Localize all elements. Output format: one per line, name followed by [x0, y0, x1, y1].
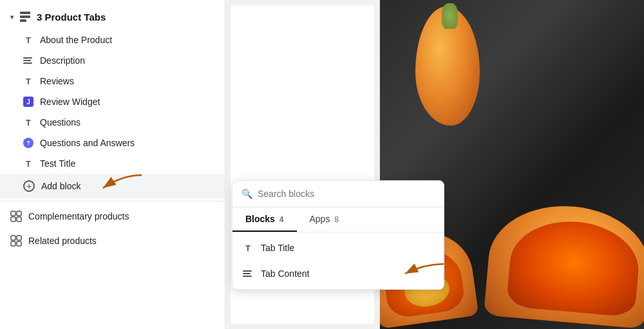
dropdown-items-list: T Tab Title Tab Content	[232, 232, 444, 289]
sidebar-item-questions-answers[interactable]: ? Questions and Answers	[0, 133, 225, 153]
add-block-button[interactable]: + Add block	[0, 174, 225, 198]
divider	[0, 201, 225, 202]
search-icon: 🔍	[242, 189, 252, 199]
svg-rect-9	[17, 236, 21, 240]
add-block-arrow	[84, 169, 148, 207]
sidebar-item-qa-label: Questions and Answers	[40, 138, 135, 148]
j-icon: J	[23, 97, 33, 107]
svg-rect-5	[17, 211, 21, 216]
sidebar-item-test-title[interactable]: T Test Title	[0, 153, 225, 174]
tab-blocks[interactable]: Blocks 4	[232, 207, 297, 232]
main-content: 🔍 Blocks 4 Apps 8 T Tab Title	[225, 0, 644, 329]
chevron-down-icon: ▾	[10, 14, 14, 21]
sidebar-item-test-title-label: Test Title	[40, 158, 75, 169]
qa-icon: ?	[23, 138, 33, 148]
svg-rect-6	[11, 217, 15, 221]
text-icon: T	[23, 77, 33, 86]
lines-icon	[23, 57, 33, 64]
svg-rect-11	[17, 241, 21, 246]
tab-content-arrow	[373, 258, 444, 290]
product-tabs-header[interactable]: ▾ 3 Product Tabs	[0, 5, 225, 30]
sidebar-item-review-widget[interactable]: J Review Widget	[0, 91, 225, 112]
tab-apps-label: Apps	[310, 214, 330, 224]
svg-rect-2	[20, 19, 26, 22]
lines-icon	[243, 270, 253, 277]
svg-rect-1	[20, 15, 30, 18]
svg-rect-4	[11, 211, 15, 216]
product-tabs-icon	[19, 10, 32, 23]
tab-apps[interactable]: Apps 8	[297, 207, 352, 232]
sidebar-item-review-widget-label: Review Widget	[40, 97, 100, 107]
dropdown-item-tab-content-label: Tab Content	[261, 268, 310, 279]
tab-blocks-label: Blocks	[245, 214, 275, 224]
sidebar-item-about[interactable]: T About the Product	[0, 30, 225, 50]
text-icon: T	[243, 243, 253, 253]
product-tabs-number: 3	[37, 12, 42, 23]
product-tabs-title: 3 Product Tabs	[37, 12, 106, 23]
sidebar-item-about-label: About the Product	[40, 35, 112, 45]
center-panel: 🔍 Blocks 4 Apps 8 T Tab Title	[225, 0, 380, 329]
sidebar-item-reviews[interactable]: T Reviews	[0, 71, 225, 91]
sidebar: ▾ 3 Product Tabs T About the Product Des…	[0, 0, 225, 329]
sidebar-item-description[interactable]: Description	[0, 50, 225, 71]
pumpkin-neck	[442, 3, 458, 29]
text-icon: T	[23, 118, 33, 127]
svg-rect-8	[11, 236, 15, 240]
text-icon: T	[23, 159, 33, 169]
search-box: 🔍	[232, 181, 444, 207]
dropdown-tabs: Blocks 4 Apps 8	[232, 207, 444, 232]
complementary-label: Complementary products	[28, 211, 129, 221]
related-label: Related products	[28, 236, 97, 246]
sidebar-item-questions[interactable]: T Questions	[0, 112, 225, 133]
text-icon: T	[23, 35, 33, 45]
related-icon	[10, 235, 22, 247]
tab-blocks-count: 4	[279, 215, 284, 224]
svg-rect-0	[20, 12, 30, 14]
sidebar-item-related[interactable]: Related products	[0, 229, 225, 253]
svg-rect-10	[11, 241, 15, 246]
plus-circle-icon: +	[23, 180, 35, 192]
comp-icon	[10, 211, 22, 222]
sidebar-item-complementary[interactable]: Complementary products	[0, 204, 225, 229]
sidebar-item-description-label: Description	[40, 55, 85, 66]
sidebar-item-questions-label: Questions	[40, 117, 80, 127]
search-input[interactable]	[258, 189, 435, 199]
product-tabs-label-text: Product Tabs	[45, 12, 106, 23]
block-dropdown: 🔍 Blocks 4 Apps 8 T Tab Title	[232, 180, 444, 290]
svg-rect-7	[17, 217, 21, 221]
add-block-label: Add block	[41, 181, 80, 191]
tab-apps-count: 8	[334, 215, 339, 224]
dropdown-item-tab-title[interactable]: T Tab Title	[232, 235, 444, 261]
sidebar-item-reviews-label: Reviews	[40, 76, 74, 86]
dropdown-item-tab-title-label: Tab Title	[261, 243, 294, 253]
dropdown-item-tab-content[interactable]: Tab Content	[232, 261, 444, 287]
